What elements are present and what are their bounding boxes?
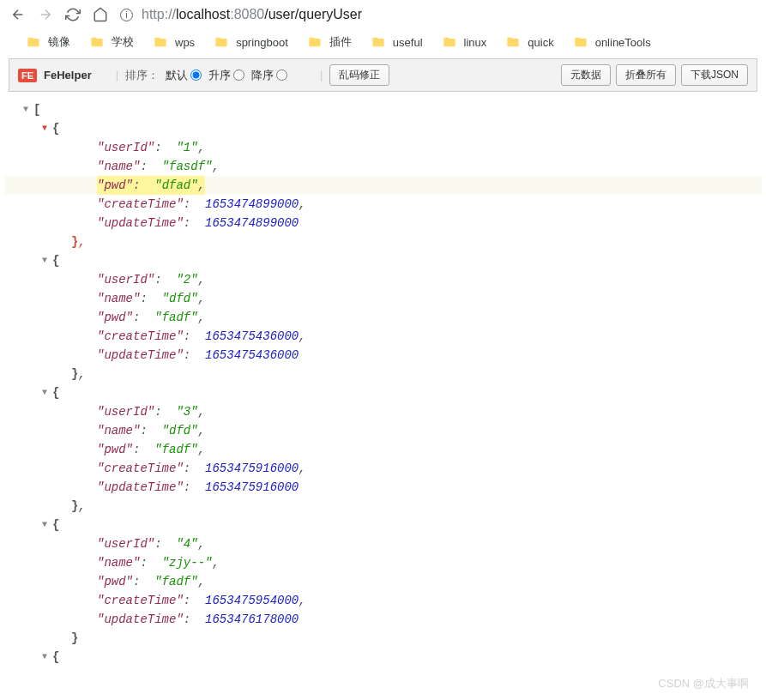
fehelper-logo: FE [18, 69, 37, 82]
bookmark-item[interactable]: useful [371, 35, 423, 49]
site-info-icon[interactable]: i [120, 9, 133, 21]
toggle-icon[interactable]: ▼ [20, 104, 32, 116]
sort-label: 排序： [125, 68, 159, 83]
json-line: "userId": "1", [4, 138, 762, 157]
toggle-icon[interactable]: ▼ [39, 651, 51, 663]
json-line: ▼{ [4, 383, 762, 402]
json-line: "pwd": "dfad", [4, 176, 762, 195]
json-line: }, [4, 365, 762, 383]
json-line: }, [4, 497, 762, 516]
bookmark-item[interactable]: onlineTools [573, 35, 651, 49]
bookmark-item[interactable]: 镜像 [26, 34, 70, 50]
home-icon[interactable] [93, 7, 108, 22]
toggle-icon[interactable]: ▼ [39, 255, 51, 267]
json-line: "pwd": "fadf", [4, 572, 762, 591]
bookmark-item[interactable]: quick [505, 35, 553, 49]
bookmark-item[interactable]: springboot [214, 35, 288, 49]
json-line: "userId": "2", [4, 270, 762, 289]
json-line: ▼{ [4, 119, 762, 138]
json-line: "updateTime": 1653475916000 [4, 478, 762, 497]
json-line: "userId": "4", [4, 534, 762, 553]
json-viewer: ▼[▼{"userId": "1","name": "fasdf","pwd":… [0, 92, 766, 675]
json-line: "pwd": "fadf", [4, 308, 762, 327]
json-line: "updateTime": 1653476178000 [4, 610, 762, 629]
json-line: "createTime": 1653475954000, [4, 591, 762, 610]
json-line: "pwd": "fadf", [4, 440, 762, 459]
json-line: }, [4, 232, 762, 251]
forward-icon [38, 7, 53, 22]
bookmarks-bar: 镜像学校wpsspringboot插件usefullinuxquickonlin… [0, 29, 766, 58]
bookmark-item[interactable]: wps [153, 35, 195, 49]
json-line: ▼[ [4, 100, 762, 119]
json-line: "name": "dfd", [4, 289, 762, 308]
json-line: "createTime": 1653475436000, [4, 327, 762, 346]
json-line: "userId": "3", [4, 402, 762, 421]
json-line: "name": "zjy--", [4, 553, 762, 572]
back-icon[interactable] [10, 7, 26, 22]
download-json-button[interactable]: 下载JSON [681, 64, 748, 86]
toggle-icon[interactable]: ▼ [39, 123, 51, 135]
bookmark-item[interactable]: 学校 [89, 34, 134, 50]
fehelper-title: FeHelper [44, 69, 92, 81]
fehelper-toolbar: FE FeHelper | 排序： 默认 升序 降序 | 乱码修正 元数据 折叠… [9, 58, 757, 92]
bookmark-item[interactable]: 插件 [307, 34, 352, 50]
json-line: "updateTime": 1653475436000 [4, 346, 762, 365]
toggle-icon[interactable]: ▼ [39, 387, 51, 399]
json-line: "name": "fasdf", [4, 157, 762, 176]
json-line: "updateTime": 1653474899000 [4, 214, 762, 232]
url-bar[interactable]: http://localhost:8080/user/queryUser [142, 7, 362, 22]
collapse-all-button[interactable]: 折叠所有 [616, 64, 676, 86]
toggle-icon[interactable]: ▼ [39, 519, 51, 531]
bookmark-item[interactable]: linux [442, 35, 487, 49]
sort-desc-radio[interactable]: 降序 [251, 68, 287, 83]
sort-asc-radio[interactable]: 升序 [208, 68, 244, 83]
fix-encoding-button[interactable]: 乱码修正 [329, 64, 389, 86]
json-line: "name": "dfd", [4, 421, 762, 440]
json-line: ▼{ [4, 648, 762, 667]
json-line: "createTime": 1653475916000, [4, 459, 762, 478]
json-line: } [4, 629, 762, 648]
raw-data-button[interactable]: 元数据 [561, 64, 611, 86]
reload-icon[interactable] [65, 7, 81, 22]
sort-default-radio[interactable]: 默认 [166, 68, 202, 83]
json-line: ▼{ [4, 516, 762, 534]
json-line: "createTime": 1653474899000, [4, 195, 762, 214]
json-line: ▼{ [4, 251, 762, 270]
